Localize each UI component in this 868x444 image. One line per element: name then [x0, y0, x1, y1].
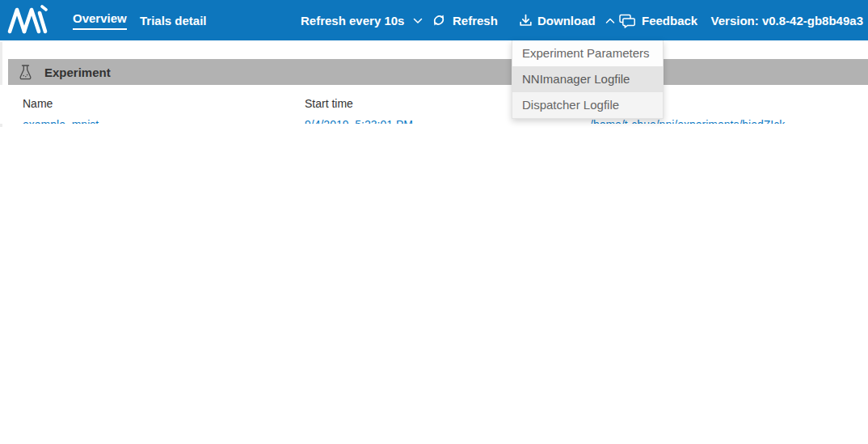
download-menu: Experiment Parameters NNImanager Logfile…: [512, 40, 664, 119]
column-header-start-time: Start time: [305, 97, 353, 110]
refresh-icon: [432, 13, 446, 27]
feedback-button[interactable]: Feedback: [618, 0, 697, 40]
refresh-interval-label: Refresh every 10s: [301, 14, 404, 27]
tab-trials-detail-label: Trials detail: [140, 14, 207, 27]
top-nav-bar: Overview Trials detail Refresh every 10s…: [0, 0, 868, 40]
refresh-button[interactable]: Refresh: [432, 0, 498, 40]
chevron-up-icon: [605, 18, 615, 24]
refresh-button-label: Refresh: [453, 14, 498, 27]
nni-logo: [6, 0, 50, 40]
version-label: Version: v0.8-42-gb8b49a3: [711, 0, 863, 40]
flask-icon: [18, 64, 33, 81]
download-icon: [519, 13, 533, 27]
log-path-value: /home/t-chue/nni/experiments/hiedZIck: [590, 118, 785, 124]
experiment-section-bar: Experiment: [8, 59, 868, 85]
chevron-down-icon: [413, 18, 423, 24]
nni-overview-page: Overview Trials detail Refresh every 10s…: [0, 0, 868, 444]
experiment-table: Name Start time example_mnist 9/4/2019, …: [0, 85, 868, 124]
download-button[interactable]: Download: [519, 0, 615, 40]
download-button-label: Download: [537, 14, 596, 27]
start-time-value: 9/4/2019, 5:23:01 PM: [305, 118, 413, 124]
menu-item-dispatcher-logfile[interactable]: Dispatcher Logfile: [512, 92, 663, 118]
menu-item-experiment-parameters[interactable]: Experiment Parameters: [512, 40, 663, 66]
tab-overview[interactable]: Overview: [73, 0, 127, 40]
tab-trials-detail[interactable]: Trials detail: [140, 0, 207, 40]
feedback-button-label: Feedback: [642, 14, 697, 27]
nni-logo-icon: [6, 5, 50, 36]
menu-item-nnimanager-logfile[interactable]: NNImanager Logfile: [512, 66, 663, 92]
refresh-interval-dropdown[interactable]: Refresh every 10s: [301, 0, 423, 40]
column-header-name: Name: [23, 97, 53, 110]
feedback-icon: [618, 13, 636, 28]
tab-overview-label: Overview: [73, 11, 127, 30]
experiment-section-title: Experiment: [44, 66, 111, 79]
experiment-name-value: example_mnist: [23, 118, 99, 124]
